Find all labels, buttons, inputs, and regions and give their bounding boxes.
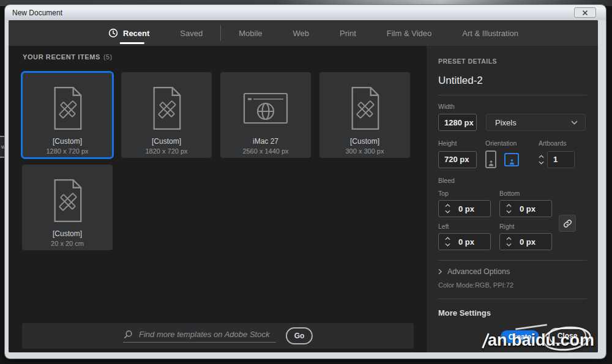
dialog-title: New Document [12,9,62,17]
recent-heading-text: YOUR RECENT ITEMS [23,53,100,61]
stepper-up-icon[interactable] [445,237,450,240]
card-name: [Custom] [53,137,82,146]
card-name: [Custom] [350,137,379,146]
card-size: 300 x 300 px [346,147,384,155]
width-input[interactable]: 1280 px [438,114,477,131]
bleed-left-input[interactable]: 0 px [438,233,491,250]
color-mode-summary: Color Mode:RGB, PPI:72 [438,281,587,289]
artboards-input[interactable]: 1 [547,151,575,168]
advanced-options-label: Advanced Options [447,267,510,276]
stepper-down-icon[interactable] [506,243,512,247]
tab-label: Saved [180,29,203,38]
card-name: iMac 27 [253,137,278,146]
tab-label: Art & Illustration [462,29,518,38]
document-name-input[interactable]: Untitled-2 [438,75,587,95]
stepper-down-icon[interactable] [445,210,450,214]
bleed-right-input[interactable]: 0 px [499,233,552,250]
stepper-down-icon[interactable] [506,210,512,214]
document-design-icon [149,83,184,133]
web-globe-icon [242,83,289,133]
dialog-content: Recent Saved Mobile Web Print Film & Vid… [9,20,598,352]
go-button[interactable]: Go [286,327,313,344]
stepper-up-icon[interactable] [506,237,512,240]
stepper-up-icon[interactable] [445,204,450,207]
tab-recent[interactable]: Recent [93,20,165,46]
tab-label: Recent [123,29,149,38]
link-chain-icon [562,218,573,229]
more-settings-button[interactable]: More Settings [438,308,587,318]
bleed-top-input[interactable]: 0 px [438,200,491,217]
card-name: [Custom] [53,229,82,238]
artboards-label: Artboards [539,139,567,147]
recent-items-heading: YOUR RECENT ITEMS(5) [23,53,113,61]
advanced-options-toggle[interactable]: Advanced Options [438,267,587,276]
bleed-link-button[interactable] [559,215,576,232]
height-input[interactable]: 720 px [438,151,477,168]
height-label: Height [438,139,485,147]
stepper-down-icon[interactable] [539,161,544,165]
panel-divider [438,299,587,299]
preset-details-heading: PRESET DETAILS [438,58,587,65]
stepper-down-icon[interactable] [445,243,450,247]
bleed-label: Bleed [438,177,587,184]
clock-icon [108,28,118,38]
document-design-icon [50,176,85,226]
card-size: 1280 x 720 px [46,147,88,155]
bleed-top-label: Top [438,190,491,197]
stepper-up-icon[interactable] [539,155,544,158]
tab-label: Web [293,29,310,38]
close-label: Close [558,332,578,340]
close-x-icon [582,10,588,16]
stepper-up-icon[interactable] [506,204,512,207]
bleed-bottom-value: 0 px [520,204,536,214]
dialog-actions: Create Close [427,327,598,345]
tab-label: Print [340,29,356,38]
bleed-bottom-label: Bottom [499,190,552,197]
width-label: Width [438,103,587,110]
tab-label: Mobile [239,29,262,38]
preset-details-panel: PRESET DETAILS Untitled-2 Width 1280 px … [427,46,598,352]
adobe-stock-bar: Find more templates on Adobe Stock Go [22,323,414,349]
recent-card-custom-1280x720[interactable]: [Custom] 1280 x 720 px [22,72,113,158]
card-name: [Custom] [152,137,181,146]
card-size: 20 x 20 cm [51,240,84,247]
create-label: Create [509,333,531,341]
tab-print[interactable]: Print [324,20,371,46]
bleed-right-value: 0 px [520,237,536,247]
orientation-portrait-icon[interactable] [485,150,496,168]
card-size: 1820 x 720 px [145,147,187,155]
document-design-icon [50,83,85,133]
recent-card-custom-300x300[interactable]: [Custom] 300 x 300 px [319,72,410,158]
tab-web[interactable]: Web [278,20,325,46]
units-dropdown[interactable]: Pixels [486,114,586,131]
tab-saved[interactable]: Saved [165,20,218,46]
tab-label: Film & Video [387,29,431,38]
bleed-bottom-input[interactable]: 0 px [499,200,552,217]
search-icon [123,330,133,340]
tab-mobile[interactable]: Mobile [223,20,277,46]
bleed-top-value: 0 px [458,204,474,214]
dialog-titlebar: New Document [5,5,606,20]
recent-items-area: YOUR RECENT ITEMS(5) [Custom] 1280 x 720… [9,46,427,352]
recent-count: (5) [103,53,113,61]
cancel-close-button[interactable]: Close [548,328,586,344]
tab-art-illustration[interactable]: Art & Illustration [447,20,534,46]
tab-film-video[interactable]: Film & Video [371,20,447,46]
orientation-landscape-icon[interactable] [504,153,519,166]
bleed-left-value: 0 px [458,237,474,247]
recent-cards-grid: [Custom] 1280 x 720 px [Custom] 1820 x 7… [22,72,419,250]
bleed-left-label: Left [438,223,491,230]
recent-card-imac-27[interactable]: iMac 27 2560 x 1440 px [220,72,311,158]
artboards-stepper: 1 [536,151,575,168]
tab-separator [220,25,221,41]
stock-search-input[interactable]: Find more templates on Adobe Stock [123,330,276,343]
orientation-label: Orientation [485,139,539,147]
recent-card-custom-1820x720[interactable]: [Custom] 1820 x 720 px [121,72,212,158]
units-value: Pixels [495,118,517,127]
new-document-dialog: New Document Recent Saved Mobile Web Pri… [5,5,606,358]
chevron-down-icon [571,121,578,125]
create-button[interactable]: Create [501,330,539,343]
dialog-close-button[interactable] [574,7,596,18]
stock-search-placeholder: Find more templates on Adobe Stock [139,330,269,339]
recent-card-custom-20x20cm[interactable]: [Custom] 20 x 20 cm [22,165,113,250]
